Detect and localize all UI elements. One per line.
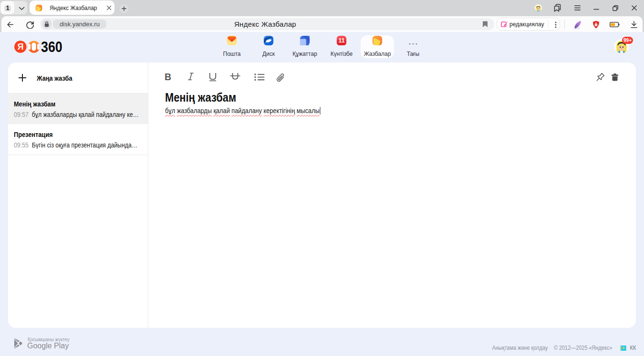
svg-text:11: 11 (338, 37, 344, 44)
svg-text:B: B (165, 72, 171, 82)
svg-text:1: 1 (6, 5, 10, 11)
svg-text:Я: Я (17, 42, 23, 52)
